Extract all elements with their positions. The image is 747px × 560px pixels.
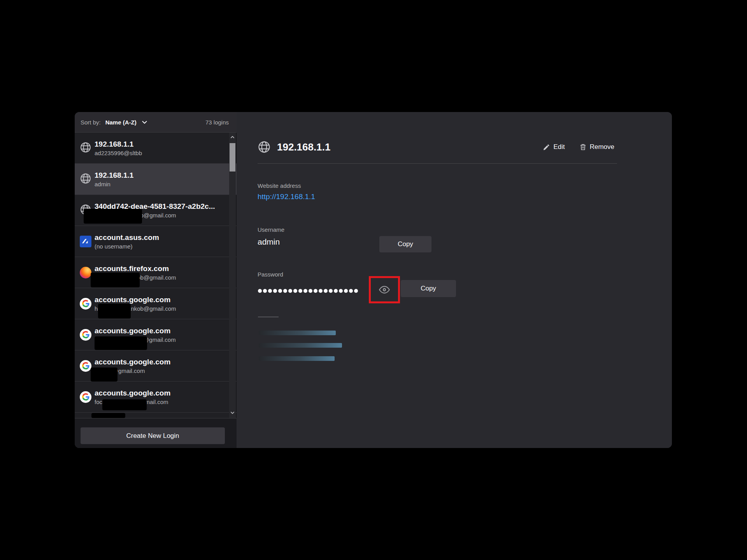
sort-bar: Sort by: Name (A-Z) 73 logins bbox=[75, 112, 237, 133]
timestamp-redaction-bar bbox=[259, 356, 335, 361]
site-icon bbox=[80, 391, 91, 403]
password-dot bbox=[268, 289, 272, 293]
site-icon bbox=[80, 267, 91, 278]
login-detail-panel: 192.168.1.1 Edit Remove Website address … bbox=[237, 112, 672, 448]
globe-icon bbox=[258, 140, 271, 154]
logins-window: Sort by: Name (A-Z) 73 logins 192.168.1.… bbox=[75, 112, 672, 448]
password-dot bbox=[288, 289, 292, 293]
login-list: 192.168.1.1ad2235996@sltbb192.168.1.1adm… bbox=[75, 133, 237, 418]
login-list-item[interactable]: accounts.google.comhasiniarabawela96@gma… bbox=[75, 319, 237, 350]
copy-username-button[interactable]: Copy bbox=[379, 236, 431, 252]
login-list-item[interactable]: 192.168.1.1ad2235996@sltbb bbox=[75, 133, 237, 164]
create-new-login-button[interactable]: Create New Login bbox=[81, 427, 225, 444]
login-item-title: 192.168.1.1 bbox=[95, 171, 133, 180]
password-dot bbox=[258, 289, 262, 293]
pencil-icon bbox=[543, 144, 550, 150]
censor-blob bbox=[102, 399, 147, 410]
trash-icon bbox=[580, 144, 586, 150]
metadata-divider bbox=[258, 317, 279, 317]
globe-icon bbox=[80, 142, 91, 155]
red-annotation-box bbox=[369, 276, 400, 303]
password-dot bbox=[283, 289, 287, 293]
sort-select-value: Name (A-Z) bbox=[105, 119, 137, 126]
password-dot bbox=[334, 289, 338, 293]
login-list-item[interactable]: account.asus.com(no username) bbox=[75, 226, 237, 257]
login-item-title: accounts.google.com bbox=[95, 358, 170, 366]
chevron-down-icon bbox=[142, 121, 147, 124]
login-list-item[interactable]: accounts.google.comharindulakshankob@gma… bbox=[75, 288, 237, 319]
google-icon bbox=[80, 360, 91, 372]
login-item-title: 192.168.1.1 bbox=[95, 140, 142, 149]
login-list-item[interactable]: accounts.google.comfocusoevuredev@gmail.… bbox=[75, 382, 237, 413]
copy-password-button[interactable]: Copy bbox=[401, 280, 456, 297]
detail-title: 192.168.1.1 bbox=[277, 141, 330, 153]
site-icon bbox=[80, 173, 91, 185]
login-item-title: accounts.google.com bbox=[95, 327, 176, 335]
password-masked-value bbox=[258, 289, 358, 293]
login-item-username: ad2235996@sltbb bbox=[95, 150, 142, 156]
login-list-item[interactable]: accounts.firefox.comharindulakshankob@gm… bbox=[75, 257, 237, 288]
password-dot bbox=[278, 289, 282, 293]
password-dot bbox=[319, 289, 323, 293]
login-list-item[interactable]: 192.168.1.1admin bbox=[75, 164, 237, 195]
username-value: admin bbox=[258, 237, 284, 247]
login-item-title: account.asus.com bbox=[95, 233, 159, 242]
header-divider bbox=[258, 163, 617, 164]
password-dot bbox=[329, 289, 333, 293]
censor-blob bbox=[91, 273, 140, 287]
list-footer: Create New Login bbox=[75, 418, 237, 448]
login-list-item[interactable]: accounts.google.comRansik@gmail.com bbox=[75, 350, 237, 382]
reveal-password-button[interactable] bbox=[371, 278, 398, 301]
password-dot bbox=[309, 289, 312, 293]
censor-blob bbox=[84, 209, 142, 224]
remove-button[interactable]: Remove bbox=[580, 143, 614, 151]
password-dot bbox=[263, 289, 267, 293]
password-dot bbox=[298, 289, 302, 293]
login-item-title: accounts.google.com bbox=[95, 296, 176, 304]
login-sidebar: Sort by: Name (A-Z) 73 logins 192.168.1.… bbox=[75, 112, 237, 448]
censor-blob bbox=[98, 304, 131, 318]
censor-blob bbox=[91, 368, 117, 382]
site-icon bbox=[80, 142, 91, 154]
password-dot bbox=[349, 289, 353, 293]
site-icon bbox=[80, 236, 91, 247]
username-label: Username bbox=[258, 226, 284, 233]
scrollbar-thumb[interactable] bbox=[230, 143, 235, 172]
password-dot bbox=[344, 289, 348, 293]
password-dot bbox=[339, 289, 343, 293]
password-label: Password bbox=[258, 271, 283, 278]
timestamp-redaction-bar bbox=[259, 343, 342, 348]
login-item-title: accounts.firefox.com bbox=[95, 264, 176, 273]
password-dot bbox=[314, 289, 317, 293]
password-dot bbox=[354, 289, 358, 293]
scroll-up-icon[interactable] bbox=[230, 135, 235, 139]
google-icon bbox=[80, 391, 91, 403]
password-dot bbox=[273, 289, 277, 293]
site-icon bbox=[80, 298, 91, 310]
detail-header: 192.168.1.1 Edit Remove bbox=[258, 136, 614, 158]
edit-button-label: Edit bbox=[553, 143, 565, 151]
timestamp-redaction-bar bbox=[259, 331, 336, 335]
website-address-link[interactable]: http://192.168.1.1 bbox=[258, 192, 315, 201]
sort-select[interactable]: Name (A-Z) bbox=[105, 119, 147, 126]
edit-button[interactable]: Edit bbox=[543, 143, 565, 151]
website-address-label: Website address bbox=[258, 182, 315, 189]
globe-icon bbox=[80, 173, 91, 186]
site-icon bbox=[80, 360, 91, 372]
censor-blob bbox=[95, 336, 147, 350]
remove-button-label: Remove bbox=[590, 143, 614, 151]
password-dot bbox=[324, 289, 328, 293]
login-list-item[interactable]: 340dd742-deae-4581-8327-a2b2c...harindul… bbox=[75, 195, 237, 226]
site-icon bbox=[80, 329, 91, 341]
login-list-scrollbar[interactable] bbox=[229, 133, 236, 418]
password-dot bbox=[293, 289, 297, 293]
sort-by-label: Sort by: bbox=[81, 119, 101, 126]
google-icon bbox=[80, 329, 91, 341]
firefox-icon bbox=[80, 267, 91, 278]
censor-blob bbox=[91, 413, 125, 418]
scroll-down-icon[interactable] bbox=[230, 411, 235, 415]
login-item-title: accounts.google.com bbox=[95, 389, 170, 397]
asus-icon bbox=[80, 236, 91, 247]
login-count: 73 logins bbox=[205, 119, 229, 126]
eye-icon bbox=[379, 285, 390, 294]
